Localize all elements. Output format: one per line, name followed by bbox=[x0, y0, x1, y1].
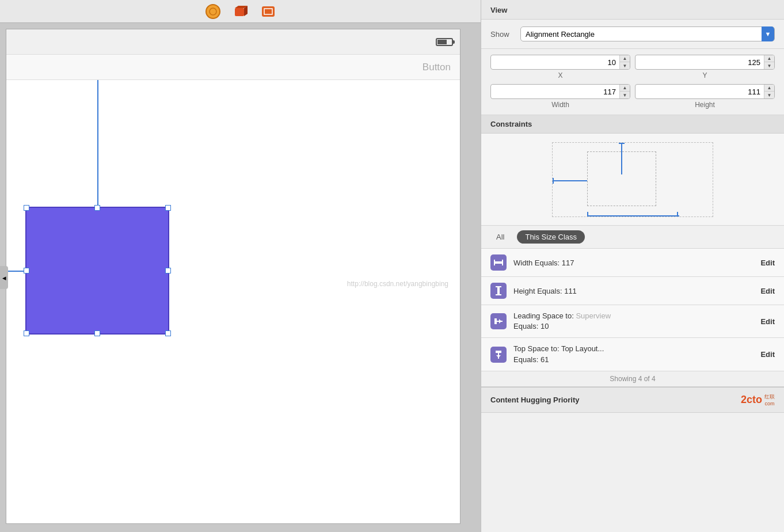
chevron-left-icon: ◂ bbox=[2, 273, 6, 282]
canvas-panel: Button ht bbox=[0, 0, 481, 532]
width-stepper-down[interactable]: ▼ bbox=[620, 92, 630, 98]
toggle-this-size-class-button[interactable]: This Size Class bbox=[517, 230, 585, 244]
width-stepper-up[interactable]: ▲ bbox=[620, 85, 630, 92]
height-stepper-down[interactable]: ▼ bbox=[764, 92, 774, 98]
svg-rect-11 bbox=[496, 286, 501, 287]
handle-top-right[interactable] bbox=[165, 205, 171, 211]
svg-rect-16 bbox=[496, 351, 501, 353]
svg-marker-15 bbox=[499, 319, 501, 324]
height-field: ▲ ▼ Height bbox=[635, 84, 775, 109]
content-hugging-label: Content Hugging Priority bbox=[490, 396, 741, 404]
x-input-row: ▲ ▼ bbox=[490, 55, 630, 70]
height-constraint-edit-button[interactable]: Edit bbox=[760, 287, 775, 295]
y-input[interactable] bbox=[635, 55, 764, 69]
toggle-all-button[interactable]: All bbox=[490, 230, 510, 244]
section-title: View bbox=[490, 6, 507, 14]
constraint-row-top: Top Space to: Top Layout... Equals: 61 E… bbox=[481, 338, 784, 371]
battery-icon bbox=[436, 38, 453, 46]
content-area: http://blog.csdn.net/yangbingbing bbox=[6, 80, 460, 523]
coordinate-grid: ▲ ▼ X ▲ ▼ Y ▲ ▼ bbox=[481, 49, 784, 115]
status-bar bbox=[6, 29, 460, 55]
y-stepper-up[interactable]: ▲ bbox=[764, 55, 774, 62]
svg-rect-2 bbox=[235, 8, 244, 16]
y-label: Y bbox=[635, 71, 775, 79]
handle-mid-left[interactable] bbox=[24, 268, 29, 273]
watermark: http://blog.csdn.net/yangbingbing bbox=[347, 280, 448, 288]
leading-constraint-icon bbox=[490, 313, 507, 329]
y-stepper-down[interactable]: ▼ bbox=[764, 62, 774, 69]
logo-top-text: 红联 bbox=[764, 393, 775, 401]
width-field: ▲ ▼ Width bbox=[490, 84, 630, 109]
left-panel-toggle[interactable]: ◂ bbox=[0, 266, 8, 289]
height-input-row: ▲ ▼ bbox=[635, 84, 775, 99]
leading-constraint-edit-button[interactable]: Edit bbox=[760, 317, 775, 326]
constraint-diagram bbox=[481, 134, 784, 226]
handle-bottom-left[interactable] bbox=[24, 330, 29, 336]
alignment-dropdown-value: Alignment Rectangle bbox=[526, 30, 595, 39]
constraint-row-width: Width Equals: 117 Edit bbox=[481, 249, 784, 277]
y-input-row: ▲ ▼ bbox=[635, 55, 775, 70]
cube-toolbar-icon[interactable] bbox=[233, 3, 249, 20]
height-constraint-icon bbox=[490, 283, 507, 299]
height-label: Height bbox=[635, 101, 775, 109]
diag-left-cap bbox=[553, 178, 554, 184]
inspector-panel: View Show Alignment Rectangle ▼ ▲ ▼ X bbox=[481, 0, 784, 532]
diagram-inner-box bbox=[587, 151, 656, 206]
height-stepper[interactable]: ▲ ▼ bbox=[764, 85, 774, 98]
height-stepper-up[interactable]: ▲ bbox=[764, 85, 774, 92]
top-constraint-icon bbox=[490, 347, 507, 363]
canvas-toolbar bbox=[0, 0, 481, 23]
y-stepper[interactable]: ▲ ▼ bbox=[764, 55, 774, 69]
diagram-outer bbox=[552, 142, 713, 217]
diag-bottom-right-cap bbox=[677, 212, 678, 216]
height-input[interactable] bbox=[635, 85, 764, 98]
svg-rect-12 bbox=[496, 294, 501, 295]
nav-bar: Button bbox=[6, 55, 460, 80]
constraint-line-left bbox=[6, 271, 25, 272]
leading-constraint-text: Leading Space to: Superview Equals: 10 bbox=[513, 311, 753, 332]
height-constraint-text: Height Equals: 111 bbox=[513, 287, 753, 295]
svg-marker-18 bbox=[496, 355, 501, 358]
constraints-title: Constraints bbox=[490, 120, 532, 128]
top-constraint-text: Top Space to: Top Layout... Equals: 61 bbox=[513, 344, 753, 364]
show-label: Show bbox=[490, 30, 513, 39]
width-stepper[interactable]: ▲ ▼ bbox=[619, 85, 630, 98]
circle-toolbar-icon[interactable] bbox=[205, 3, 221, 20]
width-constraint-edit-button[interactable]: Edit bbox=[760, 259, 775, 267]
svg-rect-13 bbox=[494, 318, 497, 324]
svg-rect-7 bbox=[494, 261, 503, 264]
svg-rect-9 bbox=[502, 260, 503, 265]
svg-rect-8 bbox=[494, 260, 495, 265]
svg-rect-10 bbox=[497, 286, 500, 295]
handle-top-center[interactable] bbox=[94, 205, 100, 211]
showing-count: Showing 4 of 4 bbox=[481, 371, 784, 387]
x-stepper-up[interactable]: ▲ bbox=[620, 55, 630, 62]
x-stepper[interactable]: ▲ ▼ bbox=[619, 55, 630, 69]
x-input[interactable] bbox=[491, 55, 619, 69]
handle-top-left[interactable] bbox=[24, 205, 29, 211]
logo-bot-text: com bbox=[764, 401, 774, 406]
diag-bottom-line bbox=[587, 215, 679, 216]
handle-bottom-center[interactable] bbox=[94, 330, 100, 336]
logo-2cto-text: 2cto bbox=[741, 394, 762, 406]
handle-mid-right[interactable] bbox=[165, 268, 171, 273]
handle-bottom-right[interactable] bbox=[165, 330, 171, 336]
content-hugging-section: Content Hugging Priority 2cto 红联 com bbox=[481, 387, 784, 413]
top-constraint-edit-button[interactable]: Edit bbox=[760, 350, 775, 359]
width-input[interactable] bbox=[491, 85, 619, 98]
alignment-dropdown[interactable]: Alignment Rectangle ▼ bbox=[520, 26, 775, 41]
width-constraint-text: Width Equals: 117 bbox=[513, 259, 753, 267]
constraints-header: Constraints bbox=[481, 115, 784, 134]
x-stepper-down[interactable]: ▼ bbox=[620, 62, 630, 69]
rect-toolbar-icon[interactable] bbox=[260, 3, 276, 20]
width-label: Width bbox=[490, 101, 630, 109]
y-field: ▲ ▼ Y bbox=[635, 55, 775, 79]
diag-top-cap bbox=[619, 143, 625, 144]
width-constraint-icon bbox=[490, 254, 507, 271]
show-row: Show Alignment Rectangle ▼ bbox=[481, 20, 784, 49]
constraint-row-leading: Leading Space to: Superview Equals: 10 E… bbox=[481, 305, 784, 338]
constraint-line-top bbox=[97, 80, 98, 207]
purple-view[interactable] bbox=[25, 207, 169, 335]
diag-left-line bbox=[553, 180, 587, 181]
dropdown-arrow-icon: ▼ bbox=[762, 26, 774, 41]
